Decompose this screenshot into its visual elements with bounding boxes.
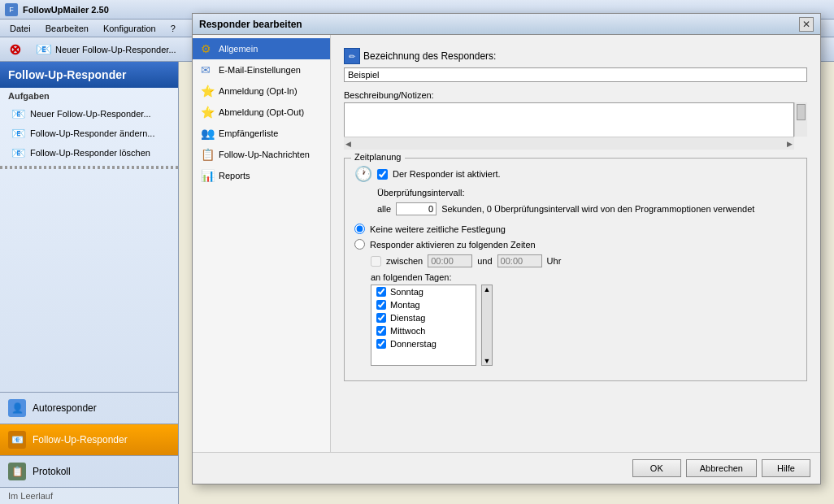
radio-keine-festlegung[interactable] [354,224,365,234]
app-icon: F [5,3,18,16]
bezeichnung-field-row [344,67,807,82]
radio-section: Keine weitere zeitliche Festlegung Respo… [354,224,797,366]
tage-section: an folgenden Tagen: Sonntag [371,272,797,366]
time1-input[interactable] [428,254,472,267]
ueberpruefung-label: Überprüfungsintervall: [377,188,797,198]
dialog-body: ⚙ Allgemein ✉ E-Mail-Einstellungen ⭐ Anm… [193,62,820,452]
dialog-nav-empfaenger[interactable]: 👥 Empfängerliste [193,123,330,144]
bezeichnung-row: ✏ Bezeichnung des Responders: [344,62,807,64]
tage-label: an folgenden Tagen: [371,272,797,282]
radio1-label: Keine weitere zeitliche Festlegung [370,224,506,234]
dialog-nav-reports[interactable]: 📊 Reports [193,165,330,186]
edit-responder-icon: 📧 [11,127,25,140]
time2-input[interactable] [497,254,542,267]
dialog-nav-abmeldung[interactable]: ⭐ Abmeldung (Opt-Out) [193,102,330,123]
sidebar-divider [0,166,178,169]
abmeldung-icon: ⭐ [201,106,214,119]
toolbar-new-btn[interactable]: 📧 Neuer Follow-Up-Responder... [30,39,182,59]
zeitplanung-label: Zeitplanung [351,152,405,162]
bezeichnung-icon: ✏ [344,62,360,64]
sidebar-item-edit[interactable]: 📧 Follow-Up-Responder ändern... [0,124,178,143]
dialog-nav-email[interactable]: ✉ E-Mail-Einstellungen [193,62,330,80]
aktiviert-row: 🕐 Der Responder ist aktiviert. [354,165,797,183]
interval-suffix: Sekunden, 0 Überprüfungsintervall wird v… [441,204,754,214]
dialog-nav-followup[interactable]: 📋 Follow-Up-Nachrichten [193,144,330,165]
sidebar-nav-followup[interactable]: 📧 Follow-Up-Responder [0,424,178,455]
sonntag-checkbox[interactable] [376,287,386,297]
hilfe-button[interactable]: Hilfe [762,459,810,477]
zwischen-label: zwischen [386,256,423,266]
day-sonntag: Sonntag [371,285,476,298]
days-scrollbar[interactable]: ▲ ▼ [481,285,493,366]
clock-icon: 🕐 [354,165,372,183]
day-mittwoch: Mittwoch [371,324,476,337]
ueberpruefung-section: Überprüfungsintervall: alle Sekunden, 0 … [377,188,797,215]
app-title: FollowUpMailer 2.50 [23,5,109,15]
dienstag-checkbox[interactable] [376,313,386,323]
reports-icon: 📊 [201,169,214,182]
dialog-nav: ⚙ Allgemein ✉ E-Mail-Einstellungen ⭐ Anm… [193,62,331,452]
radio-zeiten[interactable] [354,239,365,250]
day-montag: Montag [371,298,476,311]
interval-row: alle Sekunden, 0 Überprüfungsintervall w… [377,202,797,215]
day-dienstag: Dienstag [371,311,476,324]
sidebar-section-label: Aufgaben [0,88,178,104]
followup-icon: 📧 [8,431,26,449]
dialog: Responder bearbeiten ✕ ⚙ Allgemein [192,62,821,484]
montag-checkbox[interactable] [376,300,386,310]
days-listbox[interactable]: Sonntag Montag [371,285,476,366]
alle-label: alle [377,204,391,214]
beschreibung-vscrollbar[interactable] [794,102,807,137]
interval-input[interactable] [396,202,437,215]
time-row: zwischen und Uhr [371,254,797,267]
sidebar: Follow-Up-Responder Aufgaben 📧 Neuer Fol… [0,62,179,504]
dialog-footer: OK Abbrechen Hilfe [193,452,820,484]
zeit-checkbox[interactable] [371,256,381,267]
day-donnerstag: Donnerstag [371,337,476,350]
dialog-nav-anmeldung[interactable]: ⭐ Anmeldung (Opt-In) [193,80,330,102]
main-content: Follow-Up-Responder Aufgaben 📧 Neuer Fol… [0,62,834,504]
mittwoch-checkbox[interactable] [376,326,386,336]
anmeldung-icon: ⭐ [201,85,214,98]
followup-nachrichten-icon: 📋 [201,148,214,161]
delete-responder-icon: 📧 [11,146,25,159]
sidebar-item-new[interactable]: 📧 Neuer Follow-Up-Responder... [0,104,178,124]
app-window: F FollowUpMailer 2.50 Datei Bearbeiten K… [0,0,834,504]
menu-bearbeiten[interactable]: Bearbeiten [39,22,95,35]
aktiviert-checkbox[interactable] [377,169,388,180]
beschreibung-label: Beschreibung/Notizen: [344,90,807,100]
empfaenger-icon: 👥 [201,127,214,140]
menu-datei[interactable]: Datei [3,22,37,35]
beschreibung-hscrollbar[interactable]: ◀ ▶ [344,137,794,150]
sidebar-header: Follow-Up-Responder [0,62,178,88]
days-container: Sonntag Montag [371,285,797,366]
bezeichnung-input[interactable] [344,67,807,82]
sidebar-item-delete[interactable]: 📧 Follow-Up-Responder löschen [0,143,178,163]
ok-button[interactable]: OK [632,459,681,477]
sidebar-status: Im Leerlauf [0,487,178,504]
dialog-overlay: Responder bearbeiten ✕ ⚙ Allgemein [179,62,834,504]
beschreibung-wrapper: ◀ ▶ [344,102,807,150]
abbrechen-button[interactable]: Abbrechen [686,459,757,477]
uhr-label: Uhr [547,256,562,266]
sidebar-nav-autoresponder[interactable]: 👤 Autoresponder [0,392,178,424]
new-responder-icon: 📧 [11,107,25,120]
radio1-row: Keine weitere zeitliche Festlegung [354,224,797,234]
menu-konfiguration[interactable]: Konfiguration [97,22,163,35]
donnerstag-checkbox[interactable] [376,339,386,349]
protokoll-icon: 📋 [8,463,26,480]
beschreibung-field-row: Beschreibung/Notizen: ◀ ▶ [344,90,807,150]
zeitplanung-section: Zeitplanung 🕐 Der Responder ist aktivier… [344,158,807,381]
toolbar-close-btn[interactable]: ⊗ [3,38,27,61]
sidebar-nav-protokoll[interactable]: 📋 Protokoll [0,455,178,487]
radio2-label: Responder aktivieren zu folgenden Zeiten [370,240,536,250]
dialog-panel: ✏ Bezeichnung des Responders: Beschreibu… [331,62,820,452]
email-icon: ✉ [201,63,214,76]
autoresponder-icon: 👤 [8,399,26,417]
aktiviert-label: Der Responder ist aktiviert. [393,169,501,179]
radio2-row: Responder aktivieren zu folgenden Zeiten [354,239,797,250]
und-label: und [477,256,492,266]
